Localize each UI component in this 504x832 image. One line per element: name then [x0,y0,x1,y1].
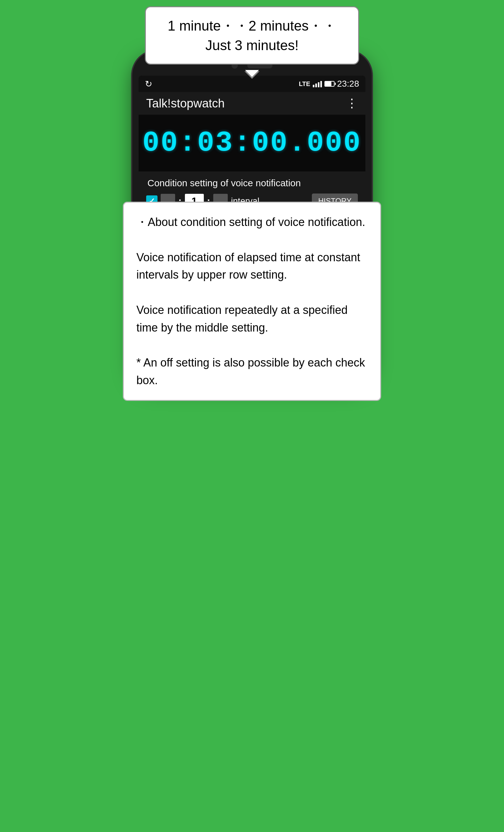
info-panel: ・About condition setting of voice notifi… [123,202,381,401]
signal-bar-4 [320,81,322,87]
lte-badge: LTE [299,80,310,87]
status-right: LTE 23:28 [299,79,359,89]
timer-digits: 00:03:00.000 [142,127,362,159]
app-title: Talk!stopwatch [146,97,224,110]
refresh-icon: ↻ [145,79,152,89]
controls-title: Condition setting of voice notification [146,178,358,188]
clock-time: 23:28 [337,79,359,89]
battery-icon [324,81,335,87]
signal-bar-3 [318,82,319,87]
signal-bars [313,80,322,87]
app-bar: Talk!stopwatch ⋮ [139,92,365,115]
menu-button[interactable]: ⋮ [346,97,358,110]
speech-bubble: 1 minute・・2 minutes・・ Just 3 minutes! [145,6,359,64]
signal-bar-1 [313,85,314,87]
battery-fill [325,82,331,86]
info-line3: Voice notification repeatedly at a speci… [136,301,368,337]
timer-display: 00:03:00.000 [139,115,365,172]
info-line2: Voice notification of elapsed time at co… [136,249,368,284]
info-line1: ・About condition setting of voice notifi… [136,213,368,231]
info-line4: * An off setting is also possible by eac… [136,354,368,389]
status-left: ↻ [145,79,152,89]
speech-bubble-line1: 1 minute・・2 minutes・・ Just 3 minutes! [167,18,337,53]
signal-bar-2 [315,83,317,87]
